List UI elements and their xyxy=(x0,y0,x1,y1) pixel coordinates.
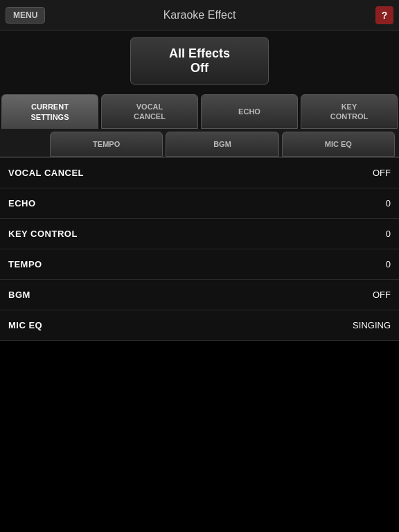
effects-off-button[interactable]: All Effects Off xyxy=(130,37,269,85)
tab-echo[interactable]: ECHO xyxy=(201,94,298,129)
tab-currentsettings[interactable]: CURRENTSETTINGS xyxy=(1,94,98,129)
top-bar: MENU Karaoke Effect ? xyxy=(0,0,399,30)
settings-label: BGM xyxy=(8,290,30,300)
settings-row[interactable]: KEY CONTROL0 xyxy=(0,219,399,249)
menu-button[interactable]: MENU xyxy=(6,7,45,24)
settings-value: 0 xyxy=(386,259,391,269)
settings-label: ECHO xyxy=(8,198,36,209)
settings-value: OFF xyxy=(373,290,391,300)
settings-label: VOCAL CANCEL xyxy=(8,168,84,178)
tab-row-1: CURRENTSETTINGSVOCALCANCELECHOKEYCONTROL xyxy=(0,91,399,129)
settings-row[interactable]: BGMOFF xyxy=(0,280,399,310)
settings-row[interactable]: VOCAL CANCELOFF xyxy=(0,158,399,188)
settings-value: 0 xyxy=(386,198,391,209)
help-button[interactable]: ? xyxy=(375,6,393,24)
settings-label: MIC EQ xyxy=(8,320,42,330)
tab2-bgm[interactable]: BGM xyxy=(166,132,278,157)
bottom-area xyxy=(0,341,399,532)
settings-row[interactable]: ECHO0 xyxy=(0,188,399,219)
tab2-tempo[interactable]: TEMPO xyxy=(50,132,163,157)
settings-list: VOCAL CANCELOFFECHO0KEY CONTROL0TEMPO0BG… xyxy=(0,158,399,341)
tab-vocalcancel[interactable]: VOCALCANCEL xyxy=(101,94,198,129)
settings-value: 0 xyxy=(386,229,391,239)
settings-value: SINGING xyxy=(353,320,391,330)
tab-row-2: TEMPOBGMMIC EQ xyxy=(0,129,399,158)
page-title: Karaoke Effect xyxy=(163,9,236,21)
effects-off-container: All Effects Off xyxy=(0,30,399,91)
tab-keycontrol[interactable]: KEYCONTROL xyxy=(301,94,398,129)
settings-label: KEY CONTROL xyxy=(8,229,78,239)
tab2-mic-eq[interactable]: MIC EQ xyxy=(282,132,395,157)
settings-label: TEMPO xyxy=(8,259,42,269)
settings-row[interactable]: TEMPO0 xyxy=(0,249,399,280)
settings-value: OFF xyxy=(373,168,391,178)
settings-row[interactable]: MIC EQSINGING xyxy=(0,310,399,341)
